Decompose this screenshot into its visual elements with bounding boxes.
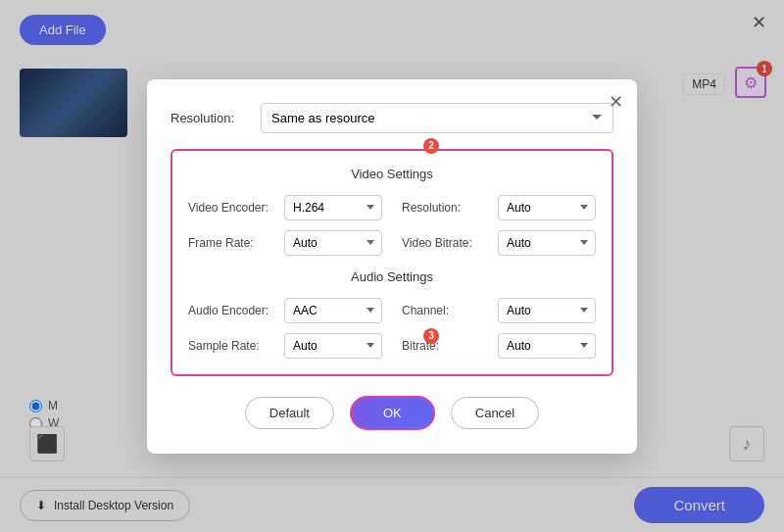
cancel-button[interactable]: Cancel <box>451 397 539 429</box>
resolution-label: Resolution: <box>171 111 249 125</box>
video-encoder-row: Video Encoder: H.264 <box>188 195 382 220</box>
channel-select[interactable]: Auto <box>498 298 596 323</box>
sample-rate-label: Sample Rate: <box>188 339 276 353</box>
badge-2: 2 <box>423 138 439 154</box>
settings-modal: 2 3 ✕ Resolution: Same as resource Video… <box>147 79 637 454</box>
settings-box: Video Settings Video Encoder: H.264 Reso… <box>171 149 613 376</box>
resolution-row: Resolution: Same as resource <box>171 103 613 133</box>
video-settings-title: Video Settings <box>188 167 596 181</box>
modal-footer: Default OK Cancel <box>171 396 613 430</box>
resolution-field-row: Resolution: Auto <box>402 195 596 220</box>
video-bitrate-label: Video Bitrate: <box>402 236 490 250</box>
resolution-field-select[interactable]: Auto <box>498 195 596 220</box>
modal-overlay: 2 3 ✕ Resolution: Same as resource Video… <box>0 0 784 532</box>
resolution-field-label: Resolution: <box>402 201 490 215</box>
settings-grid: Video Encoder: H.264 Resolution: Auto <box>188 195 596 359</box>
video-encoder-select[interactable]: H.264 <box>284 195 382 220</box>
default-button[interactable]: Default <box>245 397 334 429</box>
frame-rate-label: Frame Rate: <box>188 236 276 250</box>
audio-settings-title: Audio Settings <box>188 269 596 284</box>
bitrate-label: Bitrate: <box>402 339 490 353</box>
badge-3: 3 <box>423 328 439 344</box>
channel-label: Channel: <box>402 304 490 317</box>
frame-rate-row: Frame Rate: Auto <box>188 230 382 256</box>
frame-rate-select[interactable]: Auto <box>284 230 382 256</box>
modal-close-button[interactable]: ✕ <box>609 91 623 113</box>
audio-encoder-label: Audio Encoder: <box>188 304 276 317</box>
channel-row: Channel: Auto <box>402 298 596 323</box>
sample-rate-select[interactable]: Auto <box>284 333 382 359</box>
resolution-select[interactable]: Same as resource <box>261 103 613 133</box>
audio-encoder-row: Audio Encoder: AAC <box>188 298 382 323</box>
bitrate-select[interactable]: Auto <box>498 333 596 359</box>
ok-button[interactable]: OK <box>350 396 435 430</box>
video-bitrate-row: Video Bitrate: Auto <box>402 230 596 256</box>
app-background: Add File ✕ MP4 ⚙ 1 M W ⬛ ♪ ⬇ Install Des… <box>0 0 784 532</box>
video-encoder-label: Video Encoder: <box>188 201 276 215</box>
video-bitrate-select[interactable]: Auto <box>498 230 596 256</box>
audio-encoder-select[interactable]: AAC <box>284 298 382 323</box>
sample-rate-row: Sample Rate: Auto <box>188 333 382 359</box>
